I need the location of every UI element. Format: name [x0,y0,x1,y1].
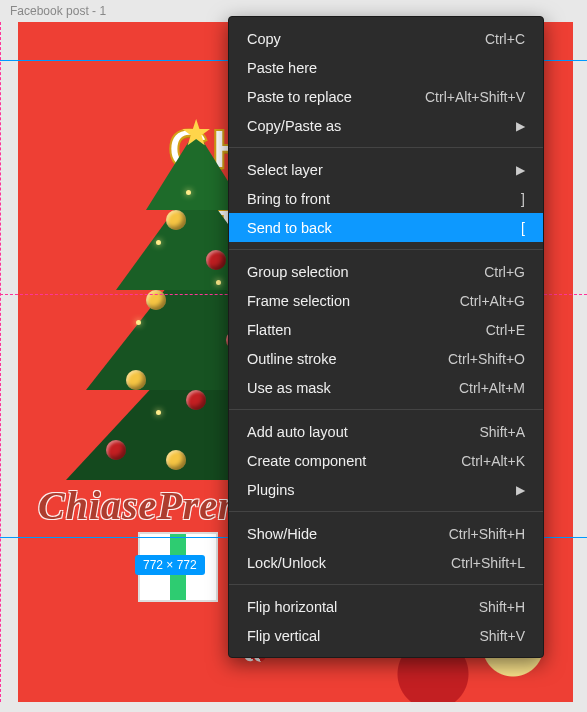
selection-size-badge: 772 × 772 [135,555,205,575]
menu-item-frame-selection[interactable]: Frame selectionCtrl+Alt+G [229,286,543,315]
menu-item-shortcut: Ctrl+E [486,322,525,338]
menu-item-label: Add auto layout [247,424,348,440]
menu-item-shortcut: Ctrl+Shift+H [449,526,525,542]
menu-item-group-selection[interactable]: Group selectionCtrl+G [229,257,543,286]
context-menu: CopyCtrl+CPaste herePaste to replaceCtrl… [228,16,544,658]
menu-item-label: Frame selection [247,293,350,309]
menu-item-label: Flatten [247,322,291,338]
chevron-right-icon: ▶ [504,119,525,133]
menu-item-label: Outline stroke [247,351,336,367]
menu-item-flip-horizontal[interactable]: Flip horizontalShift+H [229,592,543,621]
menu-item-select-layer[interactable]: Select layer▶ [229,155,543,184]
menu-item-flip-vertical[interactable]: Flip verticalShift+V [229,621,543,650]
menu-item-label: Flip horizontal [247,599,337,615]
menu-item-outline-stroke[interactable]: Outline strokeCtrl+Shift+O [229,344,543,373]
menu-item-lock-unlock[interactable]: Lock/UnlockCtrl+Shift+L [229,548,543,577]
menu-item-label: Send to back [247,220,332,236]
menu-item-shortcut: Ctrl+Shift+O [448,351,525,367]
menu-separator [229,147,543,148]
menu-item-paste-to-replace[interactable]: Paste to replaceCtrl+Alt+Shift+V [229,82,543,111]
menu-item-label: Bring to front [247,191,330,207]
menu-item-shortcut: Ctrl+Alt+G [460,293,525,309]
menu-item-shortcut: Shift+A [479,424,525,440]
menu-item-shortcut: Ctrl+Alt+Shift+V [425,89,525,105]
menu-item-label: Plugins [247,482,295,498]
menu-item-shortcut: Ctrl+Alt+K [461,453,525,469]
menu-item-create-component[interactable]: Create componentCtrl+Alt+K [229,446,543,475]
menu-item-shortcut: Shift+H [479,599,525,615]
menu-item-shortcut: ] [521,191,525,207]
menu-item-shortcut: Shift+V [479,628,525,644]
menu-separator [229,249,543,250]
menu-item-send-to-back[interactable]: Send to back[ [229,213,543,242]
menu-item-flatten[interactable]: FlattenCtrl+E [229,315,543,344]
frame-label[interactable]: Facebook post - 1 [10,4,106,18]
chevron-right-icon: ▶ [504,483,525,497]
menu-item-use-as-mask[interactable]: Use as maskCtrl+Alt+M [229,373,543,402]
menu-item-shortcut: [ [521,220,525,236]
menu-item-copy[interactable]: CopyCtrl+C [229,24,543,53]
menu-item-add-auto-layout[interactable]: Add auto layoutShift+A [229,417,543,446]
alignment-guide-vertical [0,22,1,702]
menu-item-paste-here[interactable]: Paste here [229,53,543,82]
star-icon: ★ [180,112,212,154]
menu-item-label: Paste here [247,60,317,76]
menu-item-label: Select layer [247,162,323,178]
menu-item-label: Use as mask [247,380,331,396]
menu-separator [229,409,543,410]
menu-item-label: Flip vertical [247,628,320,644]
menu-separator [229,584,543,585]
menu-item-bring-to-front[interactable]: Bring to front] [229,184,543,213]
menu-item-label: Create component [247,453,366,469]
chevron-right-icon: ▶ [504,163,525,177]
menu-item-label: Lock/Unlock [247,555,326,571]
menu-item-shortcut: Ctrl+C [485,31,525,47]
menu-item-shortcut: Ctrl+G [484,264,525,280]
menu-item-label: Copy [247,31,281,47]
menu-item-label: Show/Hide [247,526,317,542]
menu-separator [229,511,543,512]
menu-item-label: Paste to replace [247,89,352,105]
menu-item-label: Copy/Paste as [247,118,341,134]
menu-item-copy-paste-as[interactable]: Copy/Paste as▶ [229,111,543,140]
menu-item-shortcut: Ctrl+Alt+M [459,380,525,396]
menu-item-shortcut: Ctrl+Shift+L [451,555,525,571]
menu-item-label: Group selection [247,264,349,280]
menu-item-plugins[interactable]: Plugins▶ [229,475,543,504]
menu-item-show-hide[interactable]: Show/HideCtrl+Shift+H [229,519,543,548]
